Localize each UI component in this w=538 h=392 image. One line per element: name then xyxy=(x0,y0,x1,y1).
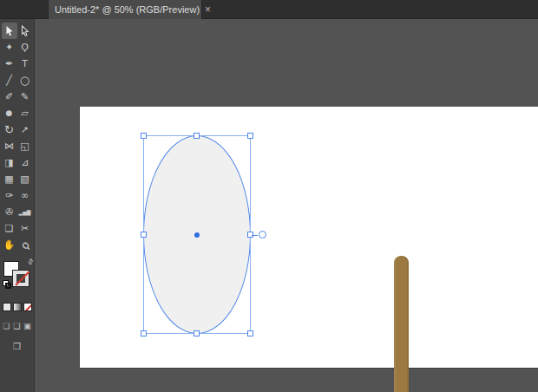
eraser-tool[interactable]: ▱ xyxy=(17,105,33,121)
lasso-icon: Ϙ xyxy=(21,42,29,52)
side-widget-stem xyxy=(252,235,258,236)
none-stroke-slash-icon xyxy=(15,271,30,286)
artboard-icon: ❏ xyxy=(5,224,14,233)
ellipse-center-point[interactable] xyxy=(194,232,200,238)
selection-tool[interactable] xyxy=(2,23,17,39)
selection-handle-bottom-left[interactable] xyxy=(141,330,147,336)
hand-icon: ✋ xyxy=(3,240,16,250)
selection-handle-top-right[interactable] xyxy=(247,133,253,139)
tools-grid: ✦ Ϙ ✒ T ╱ ○ ✐ ✎ ● ▱ ↻ ➚ ⋈ ◱ ◨ ⊿ ▦ ▧ ✑ ∞ … xyxy=(2,23,33,253)
zoom-tool[interactable]: ϙ xyxy=(17,237,33,253)
stroke-color-swatch[interactable] xyxy=(13,271,29,286)
gradient-icon: ▧ xyxy=(20,174,29,184)
width-icon: ⋈ xyxy=(4,141,14,151)
none-button[interactable] xyxy=(23,303,32,311)
default-fill-stroke-icon[interactable] xyxy=(3,280,11,289)
gradient-button[interactable] xyxy=(13,303,22,311)
width-tool[interactable]: ⋈ xyxy=(2,138,17,154)
symbol-sprayer-icon: ✇ xyxy=(5,207,13,217)
paintbrush-tool[interactable]: ✐ xyxy=(2,88,17,105)
shape-builder-icon: ◨ xyxy=(4,158,13,167)
drawing-mode-buttons: ❏ ❑ ▣ xyxy=(3,322,31,330)
scale-tool[interactable]: ➚ xyxy=(17,121,33,138)
illustrator-window: Untitled-2* @ 50% (RGB/Preview) × ✦ Ϙ ✒ … xyxy=(0,0,538,392)
draw-inside-icon[interactable]: ▣ xyxy=(23,322,31,330)
magic-wand-icon: ✦ xyxy=(5,42,13,52)
brown-rod-shape[interactable] xyxy=(394,256,409,392)
scale-icon: ➚ xyxy=(21,125,29,134)
eyedropper-tool[interactable]: ✑ xyxy=(2,187,17,204)
blob-brush-tool[interactable]: ● xyxy=(2,105,17,121)
selection-handle-bottom-middle[interactable] xyxy=(194,330,200,336)
tools-panel: ✦ Ϙ ✒ T ╱ ○ ✐ ✎ ● ▱ ↻ ➚ ⋈ ◱ ◨ ⊿ ▦ ▧ ✑ ∞ … xyxy=(0,19,35,392)
pencil-tool[interactable]: ✎ xyxy=(17,88,33,105)
pen-tool[interactable]: ✒ xyxy=(2,56,17,72)
rotate-tool[interactable]: ↻ xyxy=(2,121,17,138)
document-tab-title: Untitled-2* @ 50% (RGB/Preview) xyxy=(55,4,200,15)
document-tab-bar: Untitled-2* @ 50% (RGB/Preview) × xyxy=(0,0,538,19)
paint-style-buttons xyxy=(3,303,32,311)
ellipse-tool[interactable]: ○ xyxy=(17,72,33,88)
selection-handle-top-middle[interactable] xyxy=(194,133,200,139)
zoom-icon: ϙ xyxy=(18,238,31,252)
mesh-tool[interactable]: ▦ xyxy=(2,171,17,187)
fill-stroke-controls: ⇄ xyxy=(3,261,31,292)
pen-icon: ✒ xyxy=(5,59,13,69)
mesh-icon: ▦ xyxy=(4,174,13,184)
column-graph-tool[interactable]: ▂▅▇ xyxy=(17,204,33,220)
type-tool[interactable]: T xyxy=(17,56,33,72)
color-button[interactable] xyxy=(3,303,11,311)
side-rotate-widget-icon[interactable] xyxy=(259,231,266,238)
perspective-grid-icon: ⊿ xyxy=(21,158,29,167)
selection-handle-bottom-right[interactable] xyxy=(247,330,253,336)
artboard-tool[interactable]: ❏ xyxy=(2,220,17,237)
document-tab[interactable]: Untitled-2* @ 50% (RGB/Preview) × xyxy=(48,0,202,19)
ellipse-icon: ○ xyxy=(20,75,30,86)
draw-normal-icon[interactable]: ❏ xyxy=(3,322,10,330)
close-tab-icon[interactable]: × xyxy=(200,4,211,15)
pasteboard[interactable] xyxy=(35,19,538,392)
selection-handle-middle-left[interactable] xyxy=(141,232,147,238)
free-transform-icon: ◱ xyxy=(20,141,29,151)
gradient-tool[interactable]: ▧ xyxy=(17,171,33,187)
lasso-tool[interactable]: Ϙ xyxy=(17,39,33,56)
rotate-icon: ↻ xyxy=(4,124,14,135)
pencil-icon: ✎ xyxy=(21,92,29,101)
direct-selection-arrow-icon xyxy=(19,25,31,37)
hand-tool[interactable]: ✋ xyxy=(2,237,17,253)
direct-selection-tool[interactable] xyxy=(17,23,33,39)
draw-behind-icon[interactable]: ❑ xyxy=(13,322,20,330)
selection-handle-top-left[interactable] xyxy=(141,133,147,139)
symbol-sprayer-tool[interactable]: ✇ xyxy=(2,204,17,220)
slice-tool[interactable]: ✂ xyxy=(17,220,33,237)
line-segment-icon: ╱ xyxy=(6,75,12,85)
perspective-grid-tool[interactable]: ⊿ xyxy=(17,154,33,171)
selection-bounding-box[interactable] xyxy=(143,135,251,334)
shape-builder-tool[interactable]: ◨ xyxy=(2,154,17,171)
paintbrush-icon: ✐ xyxy=(5,92,13,101)
line-segment-tool[interactable]: ╱ xyxy=(2,72,17,88)
type-icon: T xyxy=(22,59,28,69)
screen-mode-button[interactable]: ❐ xyxy=(13,342,21,351)
slice-icon: ✂ xyxy=(21,224,29,233)
blend-tool[interactable]: ∞ xyxy=(17,187,33,204)
eyedropper-icon: ✑ xyxy=(5,191,13,200)
column-graph-icon: ▂▅▇ xyxy=(19,210,31,215)
selection-arrow-icon xyxy=(3,25,16,37)
blob-brush-icon: ● xyxy=(6,109,13,117)
default-stroke-mini xyxy=(5,283,11,289)
free-transform-tool[interactable]: ◱ xyxy=(17,138,33,154)
magic-wand-tool[interactable]: ✦ xyxy=(2,39,17,56)
eraser-icon: ▱ xyxy=(21,108,28,118)
blend-icon: ∞ xyxy=(21,191,29,200)
